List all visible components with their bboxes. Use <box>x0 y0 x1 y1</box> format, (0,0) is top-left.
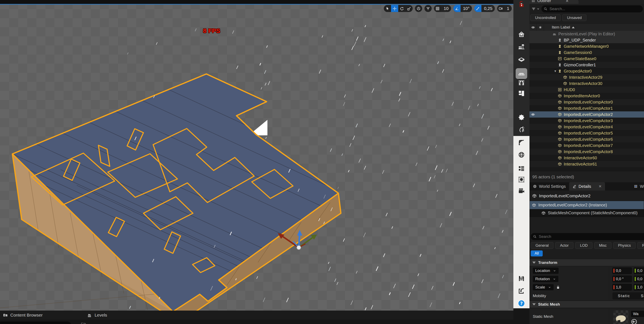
outliner-row[interactable]: ▼ ImportedLevelCompActor0 <box>530 99 644 105</box>
visibility-column-eye-icon[interactable] <box>530 24 537 31</box>
grid-snap-toggle[interactable] <box>434 5 441 12</box>
outliner-row[interactable]: ▼ ImportedLevelCompActor3 <box>530 118 644 124</box>
component-row-staticmesh[interactable]: StaticMeshComponent (StaticMeshComponent… <box>530 209 644 217</box>
rotation-snap-toggle[interactable] <box>453 5 460 12</box>
level-viewport[interactable]: 8 FPS 10 10° <box>0 0 514 324</box>
tab-world-settings[interactable]: World Settings <box>530 182 569 191</box>
outliner-row[interactable]: ▼ ImportedLevelCompActor7 <box>530 142 644 148</box>
outliner-tab[interactable]: Outliner ✕ <box>530 0 578 4</box>
drawer-search-pill[interactable] <box>0 321 72 324</box>
outliner-chip[interactable]: Uncontrolled <box>530 15 561 21</box>
mode-icon[interactable] <box>517 55 526 64</box>
outliner-row[interactable]: ▼ GroupedActor0 <box>530 68 644 74</box>
details-search-input[interactable] <box>538 234 644 239</box>
details-filter-chip[interactable]: General <box>531 242 554 249</box>
rotation-y-field[interactable]: 0,0 <box>634 276 644 282</box>
outliner-row[interactable]: ▼ ImportedLevelCompActor1 <box>530 105 644 111</box>
outliner-row[interactable]: ▼ InteractiveActor60 <box>530 155 644 161</box>
transform-section-header[interactable]: Transform <box>530 259 644 266</box>
outliner-row[interactable]: ▼ ImportedLevelCompActor5 <box>530 130 644 136</box>
mode-icon[interactable] <box>517 113 526 121</box>
mode-icon[interactable] <box>517 30 526 38</box>
details-filter-chip[interactable]: Physics <box>613 242 636 249</box>
scale-lock-icon[interactable] <box>556 285 560 289</box>
tab-details[interactable]: Details ✕ <box>569 182 605 191</box>
outliner-row[interactable]: ▼ HUD0 <box>530 87 644 93</box>
mode-icon[interactable] <box>517 138 526 147</box>
rotation-snap-value[interactable]: 10° <box>460 5 472 12</box>
outliner-row[interactable]: ▼ InteractiveActor61 <box>530 161 644 167</box>
outliner-row[interactable]: ▼ InteractiveActor29 <box>530 74 644 80</box>
details-filter-chip[interactable]: Misc <box>594 242 612 249</box>
scale-y-field[interactable]: 1,0 <box>634 284 644 290</box>
static-mesh-section-header[interactable]: Static Mesh <box>530 301 644 308</box>
outliner-filter-caret-icon[interactable] <box>536 7 540 11</box>
outliner-row[interactable]: ▼ ImportedItemActor0 <box>530 93 644 99</box>
details-filter-chip[interactable]: Actor <box>555 242 574 249</box>
outliner-search-input[interactable] <box>549 7 640 11</box>
outliner-row[interactable]: ▼ ImportedLevelCompActor4 <box>530 124 644 130</box>
camera-speed-button[interactable] <box>497 5 504 12</box>
scale-dropdown[interactable]: Scale <box>533 284 554 290</box>
rotation-x-field[interactable]: 0,0 ° <box>612 276 632 282</box>
tab-world-partition[interactable]: Wor <box>630 182 644 191</box>
outliner-row[interactable]: ▼ GizmoController1 <box>530 62 644 68</box>
details-filter-chip[interactable]: LOD <box>575 242 592 249</box>
mode-icon[interactable] <box>517 299 526 307</box>
details-tab-close-icon[interactable]: ✕ <box>598 184 602 189</box>
location-dropdown[interactable]: Location <box>533 268 558 274</box>
surface-snapping-button[interactable] <box>424 5 432 12</box>
expand-caret-icon[interactable]: ▼ <box>553 69 558 73</box>
outliner-row[interactable]: ▼ ImportedLevelCompActor2 <box>530 111 644 118</box>
scale-snap-value[interactable]: 0,25 <box>482 5 495 12</box>
mode-icon[interactable] <box>517 151 526 159</box>
mode-icon[interactable] <box>517 79 526 87</box>
outliner-row[interactable]: ▼ PersistentLevel (Play In Editor) <box>530 31 644 37</box>
scale-tool-button[interactable] <box>406 5 413 12</box>
mode-icon[interactable] <box>517 89 526 98</box>
camera-speed-value[interactable]: 1 <box>504 5 512 12</box>
item-label-column-header[interactable]: Item Label <box>544 25 575 30</box>
outliner-filter-button[interactable] <box>532 7 536 11</box>
outliner-row[interactable]: ▼ ImportedLevelCompActor8 <box>530 148 644 155</box>
mode-icon[interactable] <box>516 68 527 79</box>
mode-icon[interactable] <box>517 164 526 173</box>
mode-icon[interactable] <box>517 287 526 295</box>
scale-snap-toggle[interactable] <box>474 5 482 12</box>
rotate-tool-button[interactable] <box>398 5 406 12</box>
outliner-row[interactable]: ▼ ImportedLevelCompActor6 <box>530 136 644 142</box>
mode-icon[interactable] <box>517 187 526 195</box>
mode-icon[interactable] <box>517 274 526 283</box>
mode-icon[interactable] <box>517 176 526 184</box>
all-filter-chip[interactable]: All <box>531 250 543 256</box>
outliner-chip[interactable]: Unsaved <box>562 15 586 21</box>
drawer-filter-hint[interactable]: Filt <box>81 322 86 324</box>
location-y-field[interactable]: 0,0 <box>634 267 644 274</box>
outliner-row[interactable]: ▼ GameStateBase0 <box>530 56 644 62</box>
grid-snap-value[interactable]: 10 <box>441 5 451 12</box>
coordinate-system-button[interactable] <box>415 5 422 12</box>
static-mesh-asset-combo[interactable]: Wa <box>631 311 644 317</box>
rotation-dropdown[interactable]: Rotation <box>533 276 558 282</box>
mode-icon[interactable] <box>517 43 526 51</box>
component-row-instance[interactable]: ImportedLevelCompActor2 (Instance) <box>530 201 644 209</box>
scale-x-field[interactable]: 1,0 <box>612 284 632 290</box>
outliner-row[interactable]: ▼ InteractiveActor30 <box>530 80 644 87</box>
reset-asset-arrow-icon[interactable] <box>631 319 637 324</box>
outliner-row[interactable]: ▼ GameNetworkManager0 <box>530 43 644 49</box>
static-mesh-thumbnail[interactable] <box>613 310 628 324</box>
mode-icon[interactable] <box>517 0 526 8</box>
mode-icon[interactable] <box>517 125 526 133</box>
mobility-stationary-option-partial[interactable]: St <box>636 294 644 298</box>
outliner-row[interactable]: ▼ BP_UDP_Sender <box>530 37 644 43</box>
levels-button[interactable]: Levels <box>84 310 110 320</box>
pin-column-star-icon[interactable] <box>537 24 544 31</box>
select-tool-button[interactable] <box>384 5 391 12</box>
move-tool-button[interactable] <box>391 5 398 12</box>
content-browser-button[interactable]: Content Browser <box>0 310 46 320</box>
details-filter-chip[interactable]: Rende <box>638 242 644 249</box>
mobility-static-option[interactable]: Static <box>612 294 636 298</box>
row-visible-eye-icon[interactable] <box>530 112 536 116</box>
location-x-field[interactable]: 0,0 <box>612 267 632 274</box>
outliner-tab-close-icon[interactable]: ✕ <box>566 0 569 3</box>
